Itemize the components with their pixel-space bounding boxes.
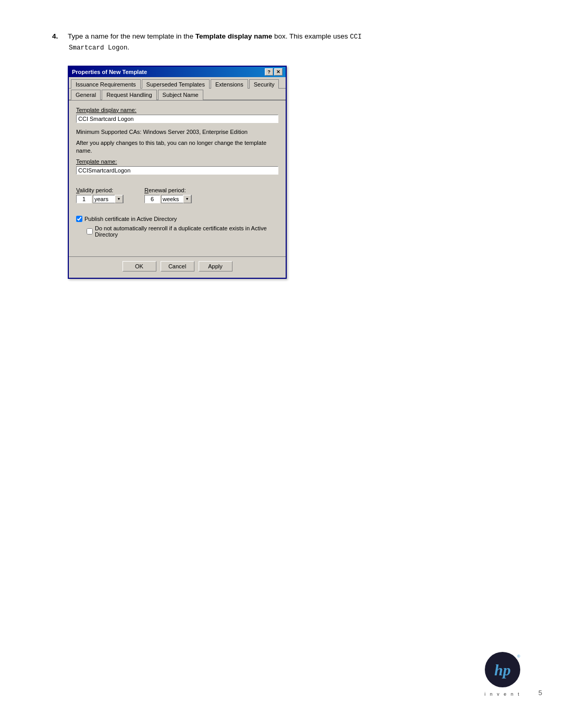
tab-request-handling[interactable]: Request Handling [102, 90, 156, 100]
renewal-group: Renewal period: weeks days months years … [144, 187, 192, 203]
dialog-titlebar: Properties of New Template ? ✕ [69, 67, 286, 77]
tab-issuance-requirements[interactable]: Issuance Requirements [71, 79, 141, 89]
dialog-title: Properties of New Template [72, 69, 147, 75]
registered-symbol: ® [517, 654, 520, 659]
dialog-body: Template display name: Minimum Supported… [69, 101, 286, 256]
apply-button[interactable]: Apply [199, 261, 232, 272]
close-button[interactable]: ✕ [274, 68, 283, 76]
tab-security[interactable]: Security [249, 79, 279, 89]
step-4: 4. Type a name for the new template in t… [52, 31, 521, 53]
page-number: 5 [538, 689, 542, 697]
no-reenroll-checkbox-row: Do not automatically reenroll if a dupli… [87, 225, 278, 238]
validity-inputs: years months weeks days ▼ [76, 195, 124, 203]
tab-general[interactable]: General [71, 90, 101, 100]
validity-label: Validity period: [76, 187, 124, 193]
no-reenroll-label[interactable]: Do not automatically reenroll if a dupli… [95, 225, 278, 238]
hp-invent-text: i n v e n t [484, 692, 521, 697]
publish-checkbox-row: Publish certificate in Active Directory [76, 216, 278, 222]
no-reenroll-checkbox[interactable] [87, 228, 93, 235]
help-button[interactable]: ? [265, 68, 273, 76]
hp-logo: hp ® i n v e n t [484, 651, 521, 697]
min-supported-text: Minimum Supported CAs: Windows Server 20… [76, 128, 278, 136]
titlebar-buttons: ? ✕ [265, 68, 283, 76]
renewal-label: Renewal period: [144, 187, 192, 193]
dialog-footer: OK Cancel Apply [69, 256, 286, 278]
tab-superseded-templates[interactable]: Superseded Templates [142, 79, 210, 89]
cancel-button[interactable]: Cancel [161, 261, 194, 272]
validity-unit-select[interactable]: years months weeks days [93, 195, 124, 203]
tab-subject-name[interactable]: Subject Name [158, 90, 203, 100]
step-body: Type a name for the new template in the … [68, 31, 521, 53]
validity-unit-wrapper: years months weeks days ▼ [93, 195, 124, 203]
template-display-label: Template display name: [76, 107, 278, 113]
publish-label[interactable]: Publish certificate in Active Directory [84, 216, 177, 222]
template-name-input[interactable] [76, 166, 278, 175]
renewal-unit-wrapper: weeks days months years ▼ [161, 195, 192, 203]
properties-dialog: Properties of New Template ? ✕ Issuance … [68, 66, 287, 279]
ok-button[interactable]: OK [123, 261, 156, 272]
validity-group: Validity period: years months weeks days… [76, 187, 124, 203]
hp-logo-svg: hp [484, 651, 521, 688]
svg-text:hp: hp [494, 661, 511, 678]
publish-checkbox[interactable] [76, 216, 82, 222]
renewal-number-input[interactable] [144, 195, 160, 203]
period-row: Validity period: years months weeks days… [76, 187, 278, 203]
template-display-input[interactable] [76, 115, 278, 123]
renewal-inputs: weeks days months years ▼ [144, 195, 192, 203]
change-note: After you apply changes to this tab, you… [76, 139, 278, 155]
tab-extensions[interactable]: Extensions [211, 79, 248, 89]
validity-number-input[interactable] [76, 195, 92, 203]
step-number: 4. [52, 31, 63, 53]
template-name-label: Template name: [76, 158, 278, 165]
renewal-unit-select[interactable]: weeks days months years [161, 195, 192, 203]
